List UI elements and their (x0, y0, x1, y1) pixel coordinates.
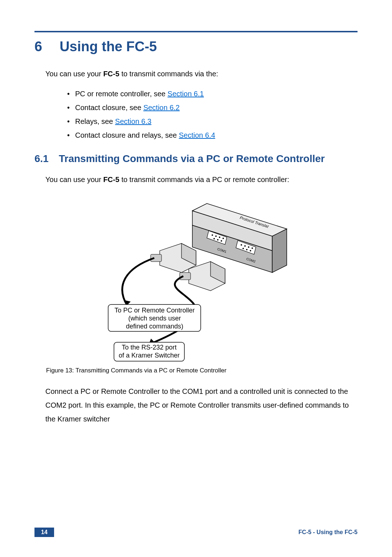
section-link[interactable]: Section 6.1 (168, 90, 204, 98)
svg-point-5 (215, 235, 217, 237)
intro-bold: FC-5 (103, 175, 119, 183)
subsection-heading: 6.1 Transmitting Commands via a PC or Re… (34, 153, 358, 165)
callout1-line3: defined commands) (126, 323, 183, 330)
bullet-list: PC or remote controller, see Section 6.1… (67, 87, 358, 142)
subsection-intro: You can use your FC-5 to transmit comman… (45, 174, 358, 185)
intro-prefix: You can use your (45, 70, 103, 78)
bullet-text: Contact closure and relays, see (75, 131, 179, 139)
bullet-text: Contact closure, see (75, 104, 143, 112)
callout2-line2: of a Kramer Switcher (119, 352, 180, 359)
svg-point-12 (244, 245, 246, 247)
intro-suffix: to transmit commands via a PC or remote … (119, 175, 289, 183)
list-item: Contact closure and relays, see Section … (67, 128, 358, 142)
svg-point-16 (246, 249, 248, 250)
intro-suffix: to transmit commands via the: (119, 70, 218, 78)
list-item: PC or remote controller, see Section 6.1 (67, 87, 358, 101)
svg-marker-2 (272, 229, 287, 273)
svg-point-14 (252, 247, 253, 249)
footer-right-text: FC-5 - Using the FC-5 (298, 529, 358, 536)
svg-point-10 (221, 240, 222, 242)
figure-container: Protocol Translat COM1 COM2 (34, 193, 358, 363)
callout1-line1: To PC or Remote Controller (114, 307, 195, 314)
bullet-text: PC or remote controller, see (75, 90, 168, 98)
callout-box-1: To PC or Remote Controller (which sends … (108, 304, 201, 331)
svg-point-9 (217, 239, 219, 241)
section-rule (34, 31, 358, 32)
svg-point-17 (250, 250, 251, 251)
bullet-text: Relays, see (75, 117, 115, 125)
section-heading: 6 Using the FC-5 (34, 39, 358, 55)
section-title: Using the FC-5 (60, 39, 157, 55)
figure-diagram: Protocol Translat COM1 COM2 (102, 193, 290, 363)
svg-point-15 (242, 248, 244, 249)
page-footer: 14 FC-5 - Using the FC-5 (34, 528, 358, 537)
list-item: Contact closure, see Section 6.2 (67, 101, 358, 114)
svg-point-11 (241, 244, 242, 246)
page-number-badge: 14 (34, 528, 54, 537)
page: 6 Using the FC-5 You can use your FC-5 t… (0, 0, 392, 557)
list-item: Relays, see Section 6.3 (67, 114, 358, 128)
section-link[interactable]: Section 6.4 (179, 131, 215, 139)
figure-caption: Figure 13: Transmitting Commands via a P… (46, 367, 358, 374)
callout-box-2: To the RS-232 port of a Kramer Switcher (114, 342, 184, 361)
section-intro: You can use your FC-5 to transmit comman… (45, 68, 358, 80)
subsection-number: 6.1 (34, 153, 49, 165)
subsection-title: Transmitting Commands via a PC or Remote… (59, 153, 325, 165)
intro-prefix: You can use your (45, 175, 103, 183)
section-link[interactable]: Section 6.2 (143, 104, 180, 112)
svg-point-13 (248, 246, 249, 248)
svg-point-6 (219, 237, 220, 238)
svg-point-8 (213, 238, 215, 239)
section-number: 6 (34, 39, 42, 55)
section-link[interactable]: Section 6.3 (115, 117, 151, 125)
svg-point-7 (222, 238, 224, 239)
callout2-line1: To the RS-232 port (122, 344, 176, 351)
callout1-line2: (which sends user (128, 315, 181, 322)
body-paragraph: Connect a PC or Remote Controller to the… (45, 384, 358, 426)
intro-bold: FC-5 (103, 70, 119, 78)
svg-point-4 (212, 234, 213, 236)
